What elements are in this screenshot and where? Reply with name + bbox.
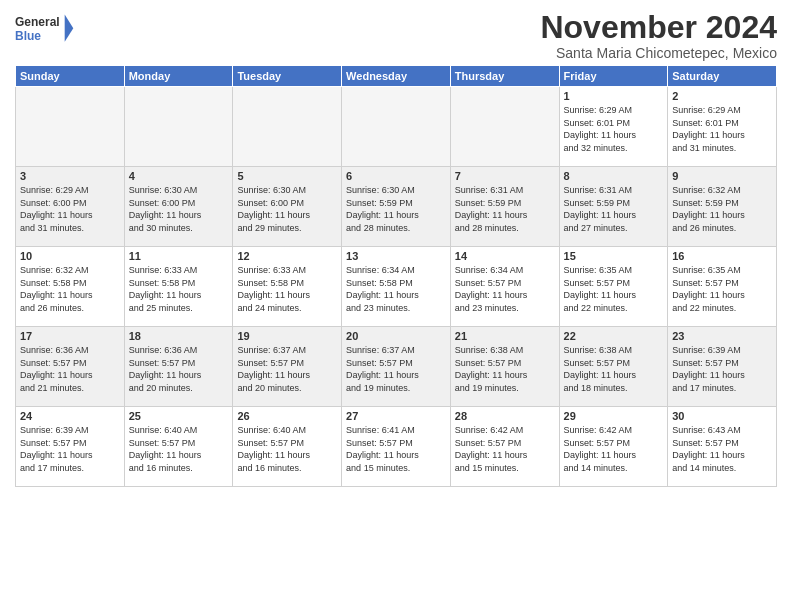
calendar-week-1: 1Sunrise: 6:29 AM Sunset: 6:01 PM Daylig… [16,87,777,167]
calendar-week-3: 10Sunrise: 6:32 AM Sunset: 5:58 PM Dayli… [16,247,777,327]
day-info: Sunrise: 6:32 AM Sunset: 5:59 PM Dayligh… [672,184,772,234]
calendar-cell: 9Sunrise: 6:32 AM Sunset: 5:59 PM Daylig… [668,167,777,247]
svg-marker-2 [65,14,74,41]
day-info: Sunrise: 6:42 AM Sunset: 5:57 PM Dayligh… [564,424,664,474]
day-number: 15 [564,250,664,262]
weekday-header-monday: Monday [124,66,233,87]
calendar-table: SundayMondayTuesdayWednesdayThursdayFrid… [15,65,777,487]
title-area: November 2024 Santa Maria Chicometepec, … [540,10,777,61]
calendar-cell [124,87,233,167]
day-info: Sunrise: 6:36 AM Sunset: 5:57 PM Dayligh… [129,344,229,394]
day-number: 29 [564,410,664,422]
day-info: Sunrise: 6:31 AM Sunset: 5:59 PM Dayligh… [564,184,664,234]
calendar-cell: 10Sunrise: 6:32 AM Sunset: 5:58 PM Dayli… [16,247,125,327]
day-number: 23 [672,330,772,342]
calendar-cell: 2Sunrise: 6:29 AM Sunset: 6:01 PM Daylig… [668,87,777,167]
day-info: Sunrise: 6:32 AM Sunset: 5:58 PM Dayligh… [20,264,120,314]
calendar-cell: 13Sunrise: 6:34 AM Sunset: 5:58 PM Dayli… [342,247,451,327]
calendar-cell: 20Sunrise: 6:37 AM Sunset: 5:57 PM Dayli… [342,327,451,407]
weekday-header-sunday: Sunday [16,66,125,87]
day-number: 6 [346,170,446,182]
calendar-cell: 15Sunrise: 6:35 AM Sunset: 5:57 PM Dayli… [559,247,668,327]
day-info: Sunrise: 6:40 AM Sunset: 5:57 PM Dayligh… [129,424,229,474]
calendar-cell: 5Sunrise: 6:30 AM Sunset: 6:00 PM Daylig… [233,167,342,247]
weekday-header-row: SundayMondayTuesdayWednesdayThursdayFrid… [16,66,777,87]
calendar-cell: 30Sunrise: 6:43 AM Sunset: 5:57 PM Dayli… [668,407,777,487]
day-number: 3 [20,170,120,182]
day-info: Sunrise: 6:40 AM Sunset: 5:57 PM Dayligh… [237,424,337,474]
day-info: Sunrise: 6:30 AM Sunset: 5:59 PM Dayligh… [346,184,446,234]
day-info: Sunrise: 6:35 AM Sunset: 5:57 PM Dayligh… [672,264,772,314]
day-number: 1 [564,90,664,102]
day-info: Sunrise: 6:31 AM Sunset: 5:59 PM Dayligh… [455,184,555,234]
calendar-cell: 17Sunrise: 6:36 AM Sunset: 5:57 PM Dayli… [16,327,125,407]
day-info: Sunrise: 6:36 AM Sunset: 5:57 PM Dayligh… [20,344,120,394]
day-info: Sunrise: 6:34 AM Sunset: 5:57 PM Dayligh… [455,264,555,314]
day-number: 16 [672,250,772,262]
day-info: Sunrise: 6:29 AM Sunset: 6:01 PM Dayligh… [672,104,772,154]
day-info: Sunrise: 6:38 AM Sunset: 5:57 PM Dayligh… [455,344,555,394]
calendar-cell: 6Sunrise: 6:30 AM Sunset: 5:59 PM Daylig… [342,167,451,247]
logo-svg: General Blue [15,10,75,48]
calendar-cell [342,87,451,167]
day-number: 5 [237,170,337,182]
calendar-cell: 11Sunrise: 6:33 AM Sunset: 5:58 PM Dayli… [124,247,233,327]
calendar-cell: 3Sunrise: 6:29 AM Sunset: 6:00 PM Daylig… [16,167,125,247]
day-number: 7 [455,170,555,182]
day-info: Sunrise: 6:35 AM Sunset: 5:57 PM Dayligh… [564,264,664,314]
day-number: 30 [672,410,772,422]
calendar-cell: 18Sunrise: 6:36 AM Sunset: 5:57 PM Dayli… [124,327,233,407]
day-number: 13 [346,250,446,262]
day-number: 14 [455,250,555,262]
calendar-cell: 1Sunrise: 6:29 AM Sunset: 6:01 PM Daylig… [559,87,668,167]
calendar-cell: 25Sunrise: 6:40 AM Sunset: 5:57 PM Dayli… [124,407,233,487]
weekday-header-saturday: Saturday [668,66,777,87]
calendar-cell: 26Sunrise: 6:40 AM Sunset: 5:57 PM Dayli… [233,407,342,487]
calendar-cell: 24Sunrise: 6:39 AM Sunset: 5:57 PM Dayli… [16,407,125,487]
calendar-cell [450,87,559,167]
day-number: 11 [129,250,229,262]
day-number: 24 [20,410,120,422]
day-info: Sunrise: 6:33 AM Sunset: 5:58 PM Dayligh… [237,264,337,314]
calendar-cell: 29Sunrise: 6:42 AM Sunset: 5:57 PM Dayli… [559,407,668,487]
day-number: 17 [20,330,120,342]
svg-text:Blue: Blue [15,29,41,43]
day-number: 22 [564,330,664,342]
calendar-week-4: 17Sunrise: 6:36 AM Sunset: 5:57 PM Dayli… [16,327,777,407]
calendar-cell [16,87,125,167]
day-info: Sunrise: 6:34 AM Sunset: 5:58 PM Dayligh… [346,264,446,314]
calendar-cell: 14Sunrise: 6:34 AM Sunset: 5:57 PM Dayli… [450,247,559,327]
header: General Blue November 2024 Santa Maria C… [15,10,777,61]
calendar-cell: 22Sunrise: 6:38 AM Sunset: 5:57 PM Dayli… [559,327,668,407]
weekday-header-wednesday: Wednesday [342,66,451,87]
day-number: 20 [346,330,446,342]
svg-text:General: General [15,15,60,29]
calendar-cell: 27Sunrise: 6:41 AM Sunset: 5:57 PM Dayli… [342,407,451,487]
day-info: Sunrise: 6:39 AM Sunset: 5:57 PM Dayligh… [20,424,120,474]
day-number: 19 [237,330,337,342]
day-number: 28 [455,410,555,422]
day-number: 12 [237,250,337,262]
calendar-cell [233,87,342,167]
page-container: General Blue November 2024 Santa Maria C… [0,0,792,497]
calendar-cell: 23Sunrise: 6:39 AM Sunset: 5:57 PM Dayli… [668,327,777,407]
day-info: Sunrise: 6:38 AM Sunset: 5:57 PM Dayligh… [564,344,664,394]
day-number: 8 [564,170,664,182]
day-info: Sunrise: 6:43 AM Sunset: 5:57 PM Dayligh… [672,424,772,474]
day-info: Sunrise: 6:39 AM Sunset: 5:57 PM Dayligh… [672,344,772,394]
day-number: 27 [346,410,446,422]
day-info: Sunrise: 6:42 AM Sunset: 5:57 PM Dayligh… [455,424,555,474]
calendar-cell: 28Sunrise: 6:42 AM Sunset: 5:57 PM Dayli… [450,407,559,487]
day-info: Sunrise: 6:30 AM Sunset: 6:00 PM Dayligh… [129,184,229,234]
day-info: Sunrise: 6:41 AM Sunset: 5:57 PM Dayligh… [346,424,446,474]
calendar-cell: 21Sunrise: 6:38 AM Sunset: 5:57 PM Dayli… [450,327,559,407]
calendar-week-5: 24Sunrise: 6:39 AM Sunset: 5:57 PM Dayli… [16,407,777,487]
day-info: Sunrise: 6:37 AM Sunset: 5:57 PM Dayligh… [237,344,337,394]
calendar-cell: 8Sunrise: 6:31 AM Sunset: 5:59 PM Daylig… [559,167,668,247]
weekday-header-tuesday: Tuesday [233,66,342,87]
day-info: Sunrise: 6:37 AM Sunset: 5:57 PM Dayligh… [346,344,446,394]
day-number: 10 [20,250,120,262]
day-info: Sunrise: 6:33 AM Sunset: 5:58 PM Dayligh… [129,264,229,314]
day-number: 25 [129,410,229,422]
calendar-week-2: 3Sunrise: 6:29 AM Sunset: 6:00 PM Daylig… [16,167,777,247]
